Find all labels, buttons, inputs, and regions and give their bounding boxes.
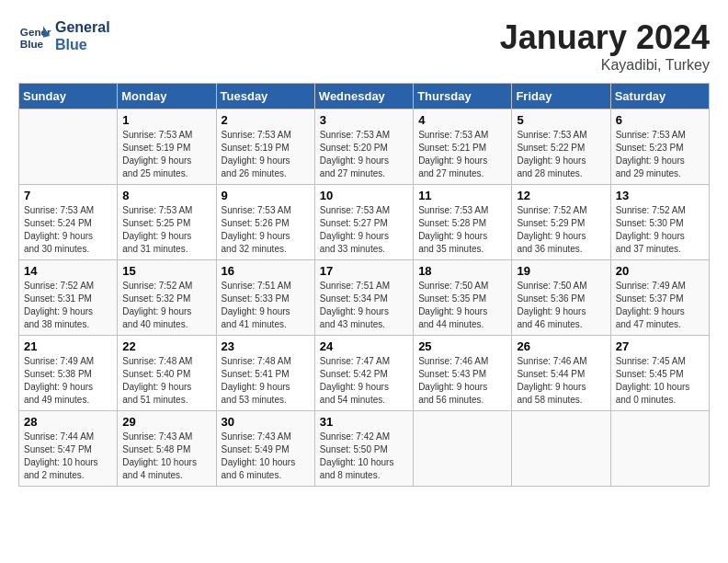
day-number: 19 [517,264,605,278]
calendar-cell: 22Sunrise: 7:48 AM Sunset: 5:40 PM Dayli… [118,336,216,411]
weekday-header-row: SundayMondayTuesdayWednesdayThursdayFrid… [19,84,710,109]
calendar-cell: 21Sunrise: 7:49 AM Sunset: 5:38 PM Dayli… [19,336,118,411]
day-number: 25 [418,339,506,353]
calendar-cell: 11Sunrise: 7:53 AM Sunset: 5:28 PM Dayli… [414,185,512,260]
day-info: Sunrise: 7:53 AM Sunset: 5:19 PM Dayligh… [122,129,210,180]
svg-text:Blue: Blue [20,38,44,50]
weekday-header: Saturday [610,84,709,109]
day-number: 16 [222,264,310,278]
calendar-cell: 28Sunrise: 7:44 AM Sunset: 5:47 PM Dayli… [19,411,118,487]
calendar-cell: 29Sunrise: 7:43 AM Sunset: 5:48 PM Dayli… [118,411,216,487]
calendar-cell: 1Sunrise: 7:53 AM Sunset: 5:19 PM Daylig… [118,109,216,185]
weekday-header: Thursday [414,84,512,109]
day-number: 9 [222,189,310,202]
day-number: 6 [616,113,704,127]
day-info: Sunrise: 7:53 AM Sunset: 5:27 PM Dayligh… [320,204,408,256]
title-block: January 2024 Kayadibi, Turkey [500,18,710,74]
day-number: 26 [517,339,605,353]
day-number: 1 [122,113,210,127]
calendar-cell [414,411,512,487]
calendar-cell: 5Sunrise: 7:53 AM Sunset: 5:22 PM Daylig… [512,109,610,185]
day-number: 20 [616,264,704,278]
day-info: Sunrise: 7:42 AM Sunset: 5:50 PM Dayligh… [320,431,408,482]
day-number: 30 [222,415,310,429]
day-info: Sunrise: 7:53 AM Sunset: 5:28 PM Dayligh… [418,204,506,256]
logo-line1: General [55,18,110,36]
day-number: 29 [122,415,210,429]
day-number: 5 [517,113,605,127]
day-info: Sunrise: 7:46 AM Sunset: 5:43 PM Dayligh… [418,355,506,407]
day-number: 4 [418,113,506,127]
calendar-week-row: 21Sunrise: 7:49 AM Sunset: 5:38 PM Dayli… [19,336,710,411]
calendar-week-row: 14Sunrise: 7:52 AM Sunset: 5:31 PM Dayli… [19,260,710,336]
calendar-week-row: 7Sunrise: 7:53 AM Sunset: 5:24 PM Daylig… [19,185,710,260]
day-info: Sunrise: 7:44 AM Sunset: 5:47 PM Dayligh… [24,431,112,482]
day-info: Sunrise: 7:50 AM Sunset: 5:36 PM Dayligh… [517,280,605,331]
calendar-cell: 9Sunrise: 7:53 AM Sunset: 5:26 PM Daylig… [216,185,314,260]
day-number: 2 [222,113,310,127]
logo: General Blue General Blue [18,18,110,53]
calendar-table: SundayMondayTuesdayWednesdayThursdayFrid… [18,83,710,487]
day-number: 3 [320,113,408,127]
day-info: Sunrise: 7:45 AM Sunset: 5:45 PM Dayligh… [616,355,704,407]
day-number: 11 [418,189,506,202]
page-header: General Blue General Blue January 2024 K… [18,18,710,74]
day-info: Sunrise: 7:43 AM Sunset: 5:49 PM Dayligh… [222,431,310,482]
day-info: Sunrise: 7:53 AM Sunset: 5:23 PM Dayligh… [616,129,704,180]
day-info: Sunrise: 7:48 AM Sunset: 5:41 PM Dayligh… [222,355,310,407]
day-info: Sunrise: 7:52 AM Sunset: 5:29 PM Dayligh… [517,204,605,256]
day-info: Sunrise: 7:48 AM Sunset: 5:40 PM Dayligh… [122,355,210,407]
calendar-cell: 13Sunrise: 7:52 AM Sunset: 5:30 PM Dayli… [610,185,709,260]
calendar-cell: 19Sunrise: 7:50 AM Sunset: 5:36 PM Dayli… [512,260,610,336]
calendar-week-row: 28Sunrise: 7:44 AM Sunset: 5:47 PM Dayli… [19,411,710,487]
calendar-cell [19,109,118,185]
calendar-cell: 25Sunrise: 7:46 AM Sunset: 5:43 PM Dayli… [414,336,512,411]
day-info: Sunrise: 7:52 AM Sunset: 5:32 PM Dayligh… [122,280,210,331]
calendar-cell: 7Sunrise: 7:53 AM Sunset: 5:24 PM Daylig… [19,185,118,260]
weekday-header: Monday [118,84,216,109]
calendar-cell: 12Sunrise: 7:52 AM Sunset: 5:29 PM Dayli… [512,185,610,260]
calendar-cell: 2Sunrise: 7:53 AM Sunset: 5:19 PM Daylig… [216,109,314,185]
weekday-header: Tuesday [216,84,314,109]
calendar-cell: 6Sunrise: 7:53 AM Sunset: 5:23 PM Daylig… [610,109,709,185]
calendar-cell: 18Sunrise: 7:50 AM Sunset: 5:35 PM Dayli… [414,260,512,336]
calendar-cell: 14Sunrise: 7:52 AM Sunset: 5:31 PM Dayli… [19,260,118,336]
calendar-cell: 26Sunrise: 7:46 AM Sunset: 5:44 PM Dayli… [512,336,610,411]
calendar-cell: 24Sunrise: 7:47 AM Sunset: 5:42 PM Dayli… [314,336,413,411]
day-info: Sunrise: 7:51 AM Sunset: 5:33 PM Dayligh… [222,280,310,331]
day-info: Sunrise: 7:49 AM Sunset: 5:37 PM Dayligh… [616,280,704,331]
day-number: 13 [616,189,704,202]
day-number: 7 [24,189,112,202]
day-number: 15 [122,264,210,278]
day-info: Sunrise: 7:46 AM Sunset: 5:44 PM Dayligh… [517,355,605,407]
day-number: 31 [320,415,408,429]
day-number: 17 [320,264,408,278]
day-number: 22 [122,339,210,353]
day-info: Sunrise: 7:52 AM Sunset: 5:30 PM Dayligh… [616,204,704,256]
day-info: Sunrise: 7:53 AM Sunset: 5:24 PM Dayligh… [24,204,112,256]
calendar-cell: 27Sunrise: 7:45 AM Sunset: 5:45 PM Dayli… [610,336,709,411]
weekday-header: Wednesday [314,84,413,109]
day-number: 23 [222,339,310,353]
calendar-cell: 16Sunrise: 7:51 AM Sunset: 5:33 PM Dayli… [216,260,314,336]
logo-icon: General Blue [18,19,51,52]
day-info: Sunrise: 7:43 AM Sunset: 5:48 PM Dayligh… [122,431,210,482]
day-number: 27 [616,339,704,353]
day-number: 28 [24,415,112,429]
day-number: 8 [122,189,210,202]
weekday-header: Sunday [19,84,118,109]
day-info: Sunrise: 7:53 AM Sunset: 5:21 PM Dayligh… [418,129,506,180]
day-number: 10 [320,189,408,202]
day-info: Sunrise: 7:53 AM Sunset: 5:26 PM Dayligh… [222,204,310,256]
day-number: 12 [517,189,605,202]
calendar-cell: 3Sunrise: 7:53 AM Sunset: 5:20 PM Daylig… [314,109,413,185]
calendar-cell: 8Sunrise: 7:53 AM Sunset: 5:25 PM Daylig… [118,185,216,260]
day-info: Sunrise: 7:47 AM Sunset: 5:42 PM Dayligh… [320,355,408,407]
day-info: Sunrise: 7:53 AM Sunset: 5:25 PM Dayligh… [122,204,210,256]
calendar-cell: 4Sunrise: 7:53 AM Sunset: 5:21 PM Daylig… [414,109,512,185]
calendar-cell: 10Sunrise: 7:53 AM Sunset: 5:27 PM Dayli… [314,185,413,260]
day-info: Sunrise: 7:49 AM Sunset: 5:38 PM Dayligh… [24,355,112,407]
calendar-cell [512,411,610,487]
month-title: January 2024 [500,18,710,57]
calendar-cell: 23Sunrise: 7:48 AM Sunset: 5:41 PM Dayli… [216,336,314,411]
